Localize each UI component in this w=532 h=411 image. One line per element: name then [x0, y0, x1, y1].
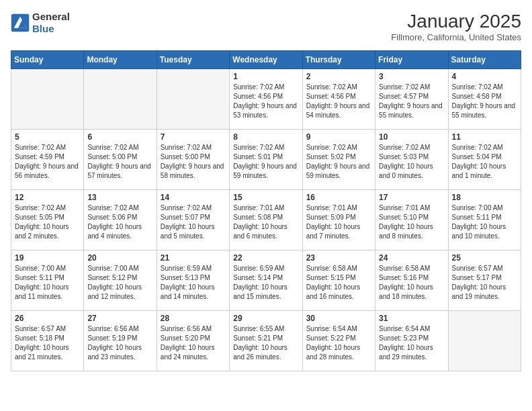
day-info: Sunrise: 7:02 AM Sunset: 4:59 PM Dayligh…: [15, 143, 80, 181]
day-info: Sunrise: 7:02 AM Sunset: 4:57 PM Dayligh…: [379, 83, 444, 120]
day-number: 26: [15, 314, 80, 323]
calendar-cell: 13Sunrise: 7:02 AM Sunset: 5:06 PM Dayli…: [84, 190, 157, 250]
calendar-cell: 30Sunrise: 6:54 AM Sunset: 5:22 PM Dayli…: [302, 311, 375, 371]
location: Fillmore, California, United States: [391, 32, 521, 42]
day-number: 22: [233, 253, 298, 263]
day-number: 5: [15, 132, 80, 142]
calendar-cell: [448, 311, 521, 371]
calendar-cell: 26Sunrise: 6:57 AM Sunset: 5:18 PM Dayli…: [11, 311, 84, 371]
calendar-cell: 4Sunrise: 7:02 AM Sunset: 4:58 PM Daylig…: [448, 69, 521, 130]
day-number: 20: [87, 253, 152, 263]
day-number: 29: [233, 314, 298, 323]
day-info: Sunrise: 7:02 AM Sunset: 4:56 PM Dayligh…: [233, 83, 298, 120]
calendar-cell: 9Sunrise: 7:02 AM Sunset: 5:02 PM Daylig…: [302, 130, 375, 190]
day-info: Sunrise: 6:55 AM Sunset: 5:21 PM Dayligh…: [233, 324, 298, 362]
day-number: 12: [15, 193, 80, 202]
day-number: 25: [452, 253, 517, 263]
weekday-header: Wednesday: [230, 51, 302, 69]
day-number: 28: [161, 314, 226, 323]
day-info: Sunrise: 6:54 AM Sunset: 5:23 PM Dayligh…: [379, 324, 444, 362]
calendar-cell: 14Sunrise: 7:02 AM Sunset: 5:07 PM Dayli…: [157, 190, 229, 250]
day-info: Sunrise: 7:02 AM Sunset: 5:00 PM Dayligh…: [87, 143, 152, 181]
day-info: Sunrise: 7:02 AM Sunset: 5:01 PM Dayligh…: [233, 143, 298, 181]
week-row: 26Sunrise: 6:57 AM Sunset: 5:18 PM Dayli…: [11, 311, 521, 371]
calendar-cell: 29Sunrise: 6:55 AM Sunset: 5:21 PM Dayli…: [230, 311, 302, 371]
day-number: 11: [452, 132, 517, 142]
day-info: Sunrise: 7:02 AM Sunset: 5:06 PM Dayligh…: [87, 203, 152, 241]
logo: General Blue: [11, 11, 70, 35]
day-info: Sunrise: 7:00 AM Sunset: 5:11 PM Dayligh…: [15, 264, 80, 302]
weekday-header: Friday: [375, 51, 448, 69]
calendar-cell: 3Sunrise: 7:02 AM Sunset: 4:57 PM Daylig…: [375, 69, 448, 130]
day-number: 21: [161, 253, 226, 263]
day-info: Sunrise: 7:02 AM Sunset: 5:00 PM Dayligh…: [161, 143, 226, 181]
day-number: 1: [233, 72, 298, 81]
day-number: 19: [15, 253, 80, 263]
day-info: Sunrise: 7:01 AM Sunset: 5:08 PM Dayligh…: [233, 203, 298, 241]
day-number: 6: [87, 132, 152, 142]
calendar-cell: 11Sunrise: 7:02 AM Sunset: 5:04 PM Dayli…: [448, 130, 521, 190]
day-info: Sunrise: 6:57 AM Sunset: 5:18 PM Dayligh…: [15, 324, 80, 362]
day-info: Sunrise: 7:02 AM Sunset: 5:03 PM Dayligh…: [379, 143, 444, 181]
day-number: 10: [379, 132, 444, 142]
calendar-cell: 7Sunrise: 7:02 AM Sunset: 5:00 PM Daylig…: [157, 130, 229, 190]
day-number: 31: [379, 314, 444, 323]
calendar-cell: 10Sunrise: 7:02 AM Sunset: 5:03 PM Dayli…: [375, 130, 448, 190]
day-number: 7: [161, 132, 226, 142]
calendar-cell: 5Sunrise: 7:02 AM Sunset: 4:59 PM Daylig…: [11, 130, 84, 190]
day-info: Sunrise: 6:54 AM Sunset: 5:22 PM Dayligh…: [306, 324, 371, 362]
week-row: 1Sunrise: 7:02 AM Sunset: 4:56 PM Daylig…: [11, 69, 521, 130]
day-info: Sunrise: 6:58 AM Sunset: 5:15 PM Dayligh…: [306, 264, 371, 302]
day-info: Sunrise: 6:56 AM Sunset: 5:19 PM Dayligh…: [87, 324, 152, 362]
day-number: 16: [306, 193, 371, 202]
calendar-cell: 19Sunrise: 7:00 AM Sunset: 5:11 PM Dayli…: [11, 250, 84, 311]
day-number: 23: [306, 253, 371, 263]
calendar-cell: 6Sunrise: 7:02 AM Sunset: 5:00 PM Daylig…: [84, 130, 157, 190]
day-number: 14: [161, 193, 226, 202]
calendar-cell: 17Sunrise: 7:01 AM Sunset: 5:10 PM Dayli…: [375, 190, 448, 250]
day-info: Sunrise: 6:57 AM Sunset: 5:17 PM Dayligh…: [452, 264, 517, 302]
day-number: 30: [306, 314, 371, 323]
weekday-header-row: SundayMondayTuesdayWednesdayThursdayFrid…: [11, 51, 521, 69]
day-info: Sunrise: 7:02 AM Sunset: 5:07 PM Dayligh…: [161, 203, 226, 241]
calendar-cell: 1Sunrise: 7:02 AM Sunset: 4:56 PM Daylig…: [230, 69, 302, 130]
day-info: Sunrise: 7:00 AM Sunset: 5:11 PM Dayligh…: [452, 203, 517, 241]
calendar-cell: 31Sunrise: 6:54 AM Sunset: 5:23 PM Dayli…: [375, 311, 448, 371]
day-number: 8: [233, 132, 298, 142]
title-block: January 2025 Fillmore, California, Unite…: [391, 11, 521, 42]
day-info: Sunrise: 7:01 AM Sunset: 5:09 PM Dayligh…: [306, 203, 371, 241]
calendar-cell: [157, 69, 229, 130]
page-header: General Blue January 2025 Fillmore, Cali…: [11, 11, 521, 42]
day-number: 15: [233, 193, 298, 202]
calendar-cell: 27Sunrise: 6:56 AM Sunset: 5:19 PM Dayli…: [84, 311, 157, 371]
day-info: Sunrise: 7:00 AM Sunset: 5:12 PM Dayligh…: [87, 264, 152, 302]
day-number: 3: [379, 72, 444, 81]
week-row: 5Sunrise: 7:02 AM Sunset: 4:59 PM Daylig…: [11, 130, 521, 190]
day-number: 9: [306, 132, 371, 142]
weekday-header: Tuesday: [157, 51, 229, 69]
calendar-cell: 16Sunrise: 7:01 AM Sunset: 5:09 PM Dayli…: [302, 190, 375, 250]
day-number: 17: [379, 193, 444, 202]
day-info: Sunrise: 6:59 AM Sunset: 5:13 PM Dayligh…: [161, 264, 226, 302]
calendar-cell: 12Sunrise: 7:02 AM Sunset: 5:05 PM Dayli…: [11, 190, 84, 250]
day-info: Sunrise: 6:59 AM Sunset: 5:14 PM Dayligh…: [233, 264, 298, 302]
day-info: Sunrise: 6:58 AM Sunset: 5:16 PM Dayligh…: [379, 264, 444, 302]
day-number: 13: [87, 193, 152, 202]
day-info: Sunrise: 7:02 AM Sunset: 5:04 PM Dayligh…: [452, 143, 517, 181]
logo-general: General: [32, 11, 70, 22]
calendar-cell: 22Sunrise: 6:59 AM Sunset: 5:14 PM Dayli…: [230, 250, 302, 311]
day-number: 4: [452, 72, 517, 81]
calendar-cell: 25Sunrise: 6:57 AM Sunset: 5:17 PM Dayli…: [448, 250, 521, 311]
day-info: Sunrise: 7:02 AM Sunset: 5:02 PM Dayligh…: [306, 143, 371, 181]
weekday-header: Monday: [84, 51, 157, 69]
calendar-cell: 8Sunrise: 7:02 AM Sunset: 5:01 PM Daylig…: [230, 130, 302, 190]
calendar: SundayMondayTuesdayWednesdayThursdayFrid…: [11, 50, 521, 371]
day-info: Sunrise: 6:56 AM Sunset: 5:20 PM Dayligh…: [161, 324, 226, 362]
day-info: Sunrise: 7:01 AM Sunset: 5:10 PM Dayligh…: [379, 203, 444, 241]
calendar-cell: [11, 69, 84, 130]
weekday-header: Sunday: [11, 51, 84, 69]
logo-icon: [11, 13, 30, 32]
calendar-cell: 23Sunrise: 6:58 AM Sunset: 5:15 PM Dayli…: [302, 250, 375, 311]
day-number: 27: [87, 314, 152, 323]
day-number: 24: [379, 253, 444, 263]
